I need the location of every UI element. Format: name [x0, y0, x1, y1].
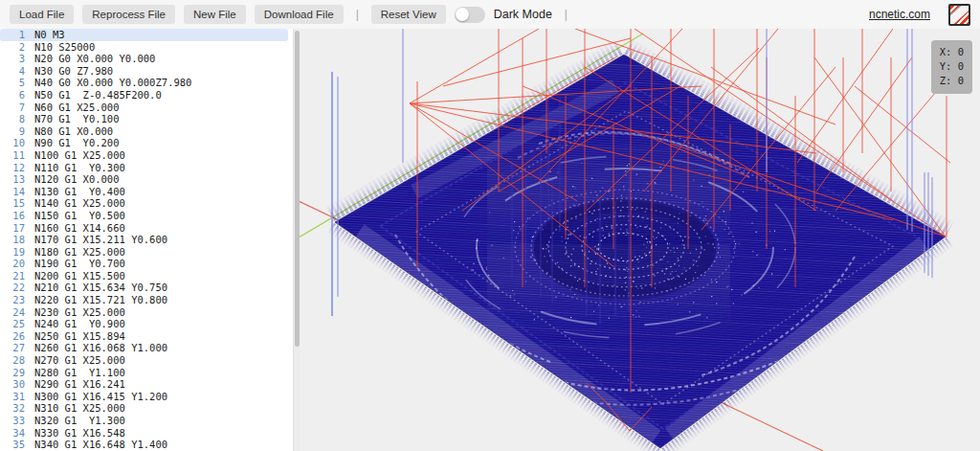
line-number: 20 — [0, 258, 25, 270]
code-line[interactable]: 25N240 G1 Y0.900 — [0, 318, 293, 330]
coord-x: X: 0 — [940, 45, 964, 59]
code-line[interactable]: 20N190 G1 Y0.700 — [0, 258, 293, 270]
gcode-listing[interactable]: 1N0 M32N10 S250003N20 G0 X0.000 Y0.0004N… — [0, 29, 293, 451]
gcode-text: N320 G1 Y1.300 — [34, 415, 125, 427]
line-number: 8 — [0, 113, 25, 125]
gcode-text: N310 G1 X25.000 — [34, 402, 125, 415]
gcode-text: N220 G1 X15.721 Y0.800 — [34, 294, 167, 306]
line-number: 13 — [0, 173, 25, 186]
code-line[interactable]: 16N150 G1 Y0.500 — [0, 210, 293, 222]
line-number: 28 — [0, 354, 25, 367]
code-line[interactable]: 9N80 G1 X0.000 — [0, 125, 293, 138]
gcode-text: N250 G1 X15.894 — [34, 330, 125, 343]
gcode-text: N290 G1 X16.241 — [34, 378, 125, 391]
code-line[interactable]: 11N100 G1 X25.000 — [0, 149, 293, 162]
code-line[interactable]: 3N20 G0 X0.000 Y0.000 — [0, 53, 293, 65]
line-number: 11 — [0, 149, 25, 162]
line-number: 1 — [0, 29, 25, 41]
code-line[interactable]: 4N30 G0 Z7.980 — [0, 65, 293, 78]
line-number: 22 — [0, 282, 25, 294]
line-number: 25 — [0, 318, 25, 330]
gcode-text: N50 G1 Z-0.485F200.0 — [34, 89, 162, 101]
dark-mode-label: Dark Mode — [494, 8, 552, 21]
line-number: 21 — [0, 270, 25, 282]
code-line[interactable]: 13N120 G1 X0.000 — [0, 173, 293, 186]
code-line[interactable]: 5N40 G0 X0.000 Y0.000Z7.980 — [0, 77, 293, 89]
gcode-text: N330 G1 X16.548 — [34, 427, 125, 440]
line-number: 17 — [0, 222, 25, 235]
code-line[interactable]: 27N260 G1 X16.068 Y1.000 — [0, 342, 293, 354]
code-line[interactable]: 26N250 G1 X15.894 — [0, 330, 293, 343]
line-number: 19 — [0, 246, 25, 259]
code-line[interactable]: 15N140 G1 X25.000 — [0, 197, 293, 210]
code-line[interactable]: 17N160 G1 X14.660 — [0, 222, 293, 235]
code-scrollbar[interactable] — [293, 29, 300, 451]
gcode-text: N0 M3 — [34, 29, 65, 41]
gcode-text: N260 G1 X16.068 Y1.000 — [34, 342, 167, 354]
gcode-text: N90 G1 Y0.200 — [34, 137, 120, 149]
gcode-text: N340 G1 X16.648 Y1.400 — [34, 439, 167, 451]
gcode-text: N200 G1 X15.500 — [34, 270, 125, 282]
code-line[interactable]: 33N320 G1 Y1.300 — [0, 415, 293, 427]
line-number: 2 — [0, 41, 25, 54]
line-number: 9 — [0, 125, 25, 138]
code-line[interactable]: 32N310 G1 X25.000 — [0, 402, 293, 415]
code-line[interactable]: 18N170 G1 X15.211 Y0.600 — [0, 234, 293, 246]
code-line[interactable]: 19N180 G1 X25.000 — [0, 246, 293, 259]
code-line[interactable]: 8N70 G1 Y0.100 — [0, 113, 293, 125]
reset-view-button[interactable]: Reset View — [371, 5, 446, 24]
reprocess-file-button[interactable]: Reprocess File — [82, 5, 175, 24]
line-number: 5 — [0, 77, 25, 89]
code-line[interactable]: 12N110 G1 Y0.300 — [0, 162, 293, 174]
gcode-text: N140 G1 X25.000 — [34, 197, 125, 210]
line-number: 10 — [0, 137, 25, 149]
toggle-knob-icon — [456, 8, 469, 21]
line-number: 16 — [0, 210, 25, 222]
coord-z: Z: 0 — [940, 74, 964, 88]
code-line[interactable]: 10N90 G1 Y0.200 — [0, 137, 293, 149]
line-number: 27 — [0, 342, 25, 354]
code-line[interactable]: 30N290 G1 X16.241 — [0, 378, 293, 391]
gcode-text: N190 G1 Y0.700 — [34, 258, 125, 270]
line-number: 6 — [0, 89, 25, 101]
gcode-text: N170 G1 X15.211 Y0.600 — [34, 234, 167, 246]
code-line[interactable]: 29N280 G1 Y1.100 — [0, 367, 293, 379]
gcode-text: N40 G0 X0.000 Y0.000Z7.980 — [34, 77, 191, 89]
line-number: 35 — [0, 439, 25, 451]
code-scrollbar-thumb[interactable] — [295, 31, 300, 347]
code-line[interactable]: 22N210 G1 X15.634 Y0.750 — [0, 282, 293, 294]
gcode-text: N150 G1 Y0.500 — [34, 210, 125, 222]
gcode-text: N100 G1 X25.000 — [34, 149, 125, 162]
gcode-text: N180 G1 X25.000 — [34, 246, 125, 259]
code-line[interactable]: 31N300 G1 X16.415 Y1.200 — [0, 391, 293, 403]
line-number: 29 — [0, 367, 25, 379]
toolpath-canvas[interactable] — [300, 29, 980, 451]
toolbar: Load File Reprocess File New File Downlo… — [0, 0, 980, 29]
gcode-text: N130 G1 Y0.400 — [34, 186, 125, 198]
load-file-button[interactable]: Load File — [10, 5, 74, 24]
code-line[interactable]: 2N10 S25000 — [0, 41, 293, 54]
line-number: 15 — [0, 197, 25, 210]
line-number: 33 — [0, 415, 25, 427]
ncnetic-link[interactable]: ncnetic.com — [869, 8, 930, 21]
code-line[interactable]: 6N50 G1 Z-0.485F200.0 — [0, 89, 293, 101]
gcode-text: N210 G1 X15.634 Y0.750 — [34, 282, 167, 294]
dark-mode-toggle[interactable] — [455, 7, 485, 23]
toolbar-separator: | — [352, 8, 363, 21]
toolbar-separator: | — [561, 8, 571, 21]
download-file-button[interactable]: Download File — [255, 5, 344, 24]
gcode-text: N240 G1 Y0.900 — [34, 318, 125, 330]
code-line[interactable]: 34N330 G1 X16.548 — [0, 427, 293, 440]
code-line[interactable]: 23N220 G1 X15.721 Y0.800 — [0, 294, 293, 306]
code-line[interactable]: 21N200 G1 X15.500 — [0, 270, 293, 282]
code-line[interactable]: 7N60 G1 X25.000 — [0, 101, 293, 114]
code-line[interactable]: 35N340 G1 X16.648 Y1.400 — [0, 439, 293, 451]
new-file-button[interactable]: New File — [184, 5, 246, 24]
code-line[interactable]: 1N0 M3 — [0, 29, 288, 41]
code-line[interactable]: 14N130 G1 Y0.400 — [0, 186, 293, 198]
coord-y: Y: 0 — [940, 59, 964, 74]
line-number: 4 — [0, 65, 25, 78]
line-number: 3 — [0, 53, 25, 65]
code-line[interactable]: 28N270 G1 X25.000 — [0, 354, 293, 367]
code-line[interactable]: 24N230 G1 X25.000 — [0, 306, 293, 319]
